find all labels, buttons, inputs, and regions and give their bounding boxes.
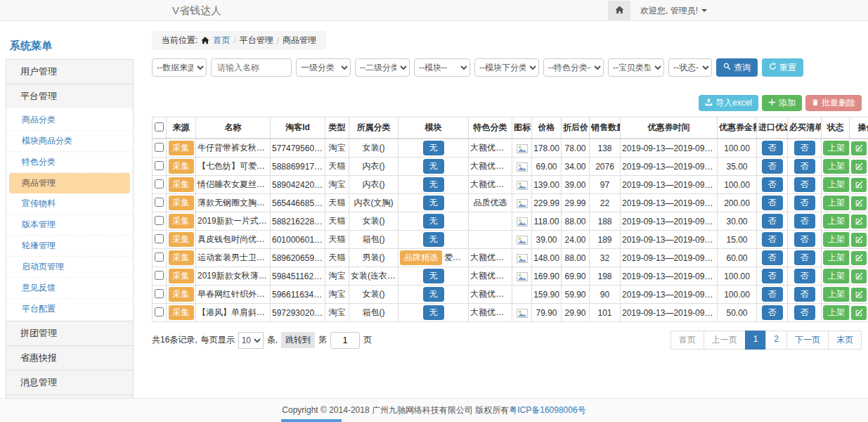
top-navbar: V省钱达人 欢迎您, 管理员!	[0, 0, 868, 21]
import-select-toggle[interactable]: 否	[762, 141, 783, 155]
row-checkbox[interactable]	[155, 252, 164, 262]
batch-delete-button[interactable]: 批量删除	[805, 95, 862, 111]
pager-next[interactable]: 下一页	[786, 331, 829, 350]
sidebar-item-1-6[interactable]: 轮播管理	[6, 236, 133, 257]
filter-data-source[interactable]: --数据来源--	[152, 58, 207, 77]
edit-button[interactable]	[851, 306, 867, 320]
must-buy-toggle[interactable]: 否	[794, 141, 815, 155]
pager-page-2[interactable]: 2	[765, 331, 787, 350]
import-select-toggle[interactable]: 否	[762, 196, 783, 210]
status-on-shelf-button[interactable]: 上架	[823, 250, 850, 265]
filter-module[interactable]: --模块--	[414, 58, 470, 77]
row-checkbox[interactable]	[155, 216, 164, 225]
sidebar-item-1-0[interactable]: 商品分类	[6, 110, 133, 131]
must-buy-toggle[interactable]: 否	[794, 196, 815, 210]
filter-name-input[interactable]	[211, 58, 292, 77]
sidebar-group-0[interactable]: 用户管理	[6, 59, 134, 84]
import-select-toggle[interactable]: 否	[762, 214, 783, 229]
must-buy-toggle[interactable]: 否	[794, 232, 815, 247]
add-button[interactable]: 添加	[762, 95, 802, 111]
source-cell: 采集	[167, 231, 196, 249]
import-select-toggle[interactable]: 否	[762, 177, 783, 192]
row-checkbox[interactable]	[155, 307, 164, 316]
category-cell: 女装()	[349, 139, 399, 158]
import-select-toggle[interactable]: 否	[762, 159, 783, 174]
must-buy-toggle[interactable]: 否	[794, 287, 815, 302]
must-buy-toggle[interactable]: 否	[794, 305, 815, 320]
home-button[interactable]	[608, 1, 630, 21]
status-on-shelf-button[interactable]: 上架	[823, 232, 850, 247]
filter-item-type[interactable]: --宝贝类型--	[608, 58, 664, 77]
row-checkbox[interactable]	[155, 161, 164, 170]
import-select-toggle[interactable]: 否	[762, 269, 783, 283]
status-on-shelf-button[interactable]: 上架	[823, 177, 850, 192]
row-checkbox[interactable]	[155, 179, 164, 188]
horizontal-scrollbar-thumb[interactable]	[281, 419, 342, 422]
per-page-select[interactable]: 10	[238, 332, 264, 349]
filter-module-subcategory[interactable]: --模块下分类--	[474, 58, 539, 77]
must-buy-toggle[interactable]: 否	[794, 250, 815, 265]
row-checkbox[interactable]	[155, 143, 164, 152]
sidebar-item-1-2[interactable]: 特色分类	[6, 152, 133, 173]
breadcrumb-home-link[interactable]: 首页	[213, 34, 230, 46]
sidebar-group-3[interactable]: 省惠快报	[6, 345, 134, 371]
icp-link[interactable]: 粤ICP备16098006号	[509, 404, 585, 416]
pager-last[interactable]: 末页	[828, 331, 862, 350]
search-button[interactable]: 查询	[716, 58, 758, 77]
sidebar-item-1-1[interactable]: 模块商品分类	[6, 131, 133, 152]
edit-button[interactable]	[851, 233, 867, 247]
status-on-shelf-button[interactable]: 上架	[823, 305, 850, 320]
pager-page-1[interactable]: 1	[745, 331, 767, 350]
edit-button[interactable]	[851, 160, 867, 174]
status-on-shelf-button[interactable]: 上架	[823, 141, 850, 155]
sidebar-title: 系统菜单	[6, 31, 134, 60]
edit-button[interactable]	[851, 141, 867, 155]
pager-prev[interactable]: 上一页	[704, 331, 746, 350]
must-buy-toggle[interactable]: 否	[794, 159, 815, 174]
edit-button[interactable]	[851, 288, 867, 302]
pager-first[interactable]: 首页	[671, 331, 704, 350]
row-checkbox[interactable]	[155, 289, 164, 298]
page-number-input[interactable]	[330, 332, 360, 349]
reset-button[interactable]: 重置	[762, 58, 803, 77]
edit-button[interactable]	[851, 178, 867, 192]
sidebar-group-1[interactable]: 平台管理	[6, 84, 134, 109]
user-menu[interactable]: 欢迎您, 管理员!	[640, 5, 707, 17]
sidebar-item-1-5[interactable]: 版本管理	[6, 215, 133, 236]
sidebar-item-1-3[interactable]: 商品管理	[9, 173, 130, 193]
jump-button[interactable]: 跳转到	[281, 332, 315, 348]
status-on-shelf-button[interactable]: 上架	[823, 269, 850, 283]
import-select-toggle[interactable]: 否	[762, 305, 783, 320]
edit-button[interactable]	[851, 269, 867, 283]
type-cell: 天猫	[325, 231, 349, 249]
import-excel-button[interactable]: 导入excel	[699, 95, 758, 111]
must-buy-toggle[interactable]: 否	[794, 269, 815, 283]
row-checkbox[interactable]	[155, 271, 164, 280]
filter-feature-category[interactable]: --特色分类--	[543, 58, 604, 77]
row-checkbox[interactable]	[155, 198, 164, 207]
edit-button[interactable]	[851, 196, 867, 210]
sidebar-group-4[interactable]: 消息管理	[6, 370, 134, 395]
must-buy-toggle[interactable]: 否	[794, 214, 815, 229]
sidebar-item-1-4[interactable]: 宣传物料	[6, 193, 133, 215]
filter-level2-category[interactable]: --二级分类--	[355, 58, 410, 77]
sidebar-group-2[interactable]: 拼团管理	[6, 321, 134, 346]
import-select-toggle[interactable]: 否	[762, 287, 783, 302]
sidebar-item-1-7[interactable]: 启动页管理	[6, 257, 133, 278]
import-select-toggle[interactable]: 否	[762, 232, 783, 247]
sidebar-item-1-8[interactable]: 意见反馈	[6, 278, 133, 299]
select-all-checkbox[interactable]	[155, 122, 164, 132]
status-on-shelf-button[interactable]: 上架	[823, 159, 850, 174]
status-on-shelf-button[interactable]: 上架	[823, 196, 850, 210]
filter-level1-category[interactable]: 一级分类	[296, 58, 351, 77]
edit-button[interactable]	[851, 215, 867, 229]
status-on-shelf-button[interactable]: 上架	[823, 287, 850, 302]
filter-status[interactable]: --状态--	[668, 58, 712, 77]
status-on-shelf-button[interactable]: 上架	[823, 214, 850, 229]
taoke-id: 589620659791	[271, 249, 325, 267]
sidebar-item-1-9[interactable]: 平台配置	[6, 299, 133, 319]
must-buy-toggle[interactable]: 否	[794, 177, 815, 192]
import-select-toggle[interactable]: 否	[762, 250, 783, 265]
edit-button[interactable]	[851, 251, 867, 265]
row-checkbox[interactable]	[155, 234, 164, 243]
